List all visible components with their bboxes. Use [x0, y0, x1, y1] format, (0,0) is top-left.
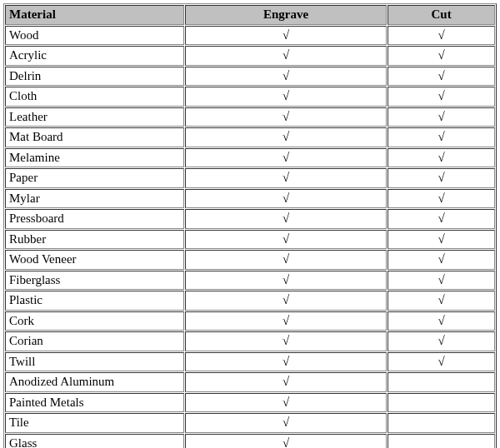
cut-cell: √ — [388, 107, 495, 127]
header-row: Material Engrave Cut — [5, 5, 495, 25]
table-row: Plastic√√ — [5, 291, 495, 311]
material-cell: Painted Metals — [5, 393, 184, 413]
engrave-cell: √ — [185, 189, 387, 209]
cut-cell: √ — [388, 127, 495, 147]
engrave-cell: √ — [185, 372, 387, 392]
table-row: Mat Board√√ — [5, 127, 495, 147]
material-cell: Pressboard — [5, 209, 184, 229]
engrave-cell: √ — [185, 271, 387, 291]
engrave-cell: √ — [185, 148, 387, 168]
table-row: Leather√√ — [5, 107, 495, 127]
table-row: Delrin√√ — [5, 67, 495, 87]
cut-cell: √ — [388, 352, 495, 372]
table-row: Rubber√√ — [5, 230, 495, 250]
cut-cell: √ — [388, 67, 495, 87]
engrave-cell: √ — [185, 127, 387, 147]
engrave-cell: √ — [185, 107, 387, 127]
table-row: Tile√ — [5, 413, 495, 433]
material-cell: Paper — [5, 168, 184, 188]
engrave-cell: √ — [185, 26, 387, 46]
engrave-cell: √ — [185, 291, 387, 311]
material-cell: Cork — [5, 311, 184, 331]
header-cut: Cut — [388, 5, 495, 25]
table-row: Twill√√ — [5, 352, 495, 372]
cut-cell — [388, 413, 495, 433]
material-cell: Mylar — [5, 189, 184, 209]
cut-cell: √ — [388, 331, 495, 351]
engrave-cell: √ — [185, 46, 387, 66]
table-row: Melamine√√ — [5, 148, 495, 168]
material-cell: Tile — [5, 413, 184, 433]
engrave-cell: √ — [185, 230, 387, 250]
cut-cell: √ — [388, 291, 495, 311]
cut-cell: √ — [388, 189, 495, 209]
engrave-cell: √ — [185, 352, 387, 372]
engrave-cell: √ — [185, 209, 387, 229]
table-row: Wood√√ — [5, 26, 495, 46]
material-cell: Wood — [5, 26, 184, 46]
table-row: Corian√√ — [5, 331, 495, 351]
material-cell: Rubber — [5, 230, 184, 250]
material-cell: Plastic — [5, 291, 184, 311]
engrave-cell: √ — [185, 168, 387, 188]
engrave-cell: √ — [185, 311, 387, 331]
table-row: Wood Veneer√√ — [5, 250, 495, 270]
material-cell: Twill — [5, 352, 184, 372]
engrave-cell: √ — [185, 413, 387, 433]
cut-cell — [388, 372, 495, 392]
cut-cell: √ — [388, 46, 495, 66]
engrave-cell: √ — [185, 393, 387, 413]
material-cell: Leather — [5, 107, 184, 127]
table-row: Paper√√ — [5, 168, 495, 188]
table-row: Pressboard√√ — [5, 209, 495, 229]
cut-cell: √ — [388, 148, 495, 168]
engrave-cell: √ — [185, 250, 387, 270]
cut-cell: √ — [388, 26, 495, 46]
cut-cell — [388, 434, 495, 449]
cut-cell: √ — [388, 209, 495, 229]
material-cell: Melamine — [5, 148, 184, 168]
material-cell: Acrylic — [5, 46, 184, 66]
header-engrave: Engrave — [185, 5, 387, 25]
material-cell: Corian — [5, 331, 184, 351]
table-row: Mylar√√ — [5, 189, 495, 209]
material-cell: Fiberglass — [5, 271, 184, 291]
cut-cell: √ — [388, 168, 495, 188]
cut-cell: √ — [388, 250, 495, 270]
cut-cell: √ — [388, 230, 495, 250]
engrave-cell: √ — [185, 331, 387, 351]
header-material: Material — [5, 5, 184, 25]
engrave-cell: √ — [185, 434, 387, 449]
table-row: Glass√ — [5, 434, 495, 449]
material-cell: Wood Veneer — [5, 250, 184, 270]
material-cell: Mat Board — [5, 127, 184, 147]
cut-cell — [388, 393, 495, 413]
cut-cell: √ — [388, 271, 495, 291]
material-cell: Anodized Aluminum — [5, 372, 184, 392]
engrave-cell: √ — [185, 87, 387, 107]
cut-cell: √ — [388, 311, 495, 331]
table-row: Fiberglass√√ — [5, 271, 495, 291]
cut-cell: √ — [388, 87, 495, 107]
material-cell: Delrin — [5, 67, 184, 87]
materials-table: Material Engrave Cut Wood√√Acrylic√√Delr… — [3, 3, 497, 448]
material-cell: Glass — [5, 434, 184, 449]
table-row: Acrylic√√ — [5, 46, 495, 66]
table-row: Cloth√√ — [5, 87, 495, 107]
table-row: Cork√√ — [5, 311, 495, 331]
material-cell: Cloth — [5, 87, 184, 107]
table-row: Painted Metals√ — [5, 393, 495, 413]
table-row: Anodized Aluminum√ — [5, 372, 495, 392]
engrave-cell: √ — [185, 67, 387, 87]
